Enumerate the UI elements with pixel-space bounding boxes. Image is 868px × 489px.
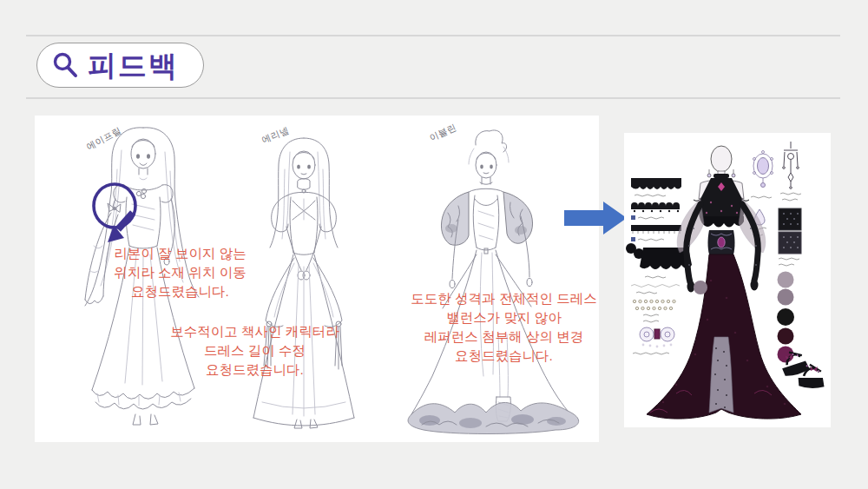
annotation-callout	[94, 184, 135, 242]
palette-swatch	[778, 272, 794, 288]
feedback-slide: 피드백	[0, 0, 868, 489]
top-divider	[26, 35, 840, 36]
fabric-swatches	[779, 208, 801, 266]
feedback-note-erinel: 보수적이고 책사인 캐릭터라 드레스 길이 수정 요청드렸습니다.	[157, 322, 352, 380]
lace-swatches	[626, 178, 692, 354]
feedback-header-pill: 피드백	[36, 43, 204, 88]
palette-swatch	[777, 308, 794, 326]
palette-swatch	[778, 347, 794, 363]
character-sketch-evelyn	[408, 130, 579, 434]
page-title: 피드백	[88, 51, 179, 80]
search-icon	[51, 51, 79, 79]
palette-swatch	[778, 289, 794, 306]
palette-swatch	[778, 328, 794, 345]
design-sheet-art	[624, 133, 831, 427]
feedback-note-evelyn: 도도한 성격과 전체적인 드레스 밸런스가 맞지 않아 레퍼런스 첨부해 상의 …	[398, 289, 610, 366]
bottom-divider	[26, 97, 840, 99]
right-arrow-icon	[564, 199, 630, 239]
color-palette	[777, 272, 794, 363]
sketch-canvas: 에이프릴 에리넬 이블린 리본이 잘 보이지 않는 위치라 소재 위치 이동 요…	[35, 116, 599, 442]
feedback-note-april: 리본이 잘 보이지 않는 위치라 소재 위치 이동 요청드렸습니다.	[82, 244, 278, 301]
design-sheet-panel	[624, 133, 831, 427]
